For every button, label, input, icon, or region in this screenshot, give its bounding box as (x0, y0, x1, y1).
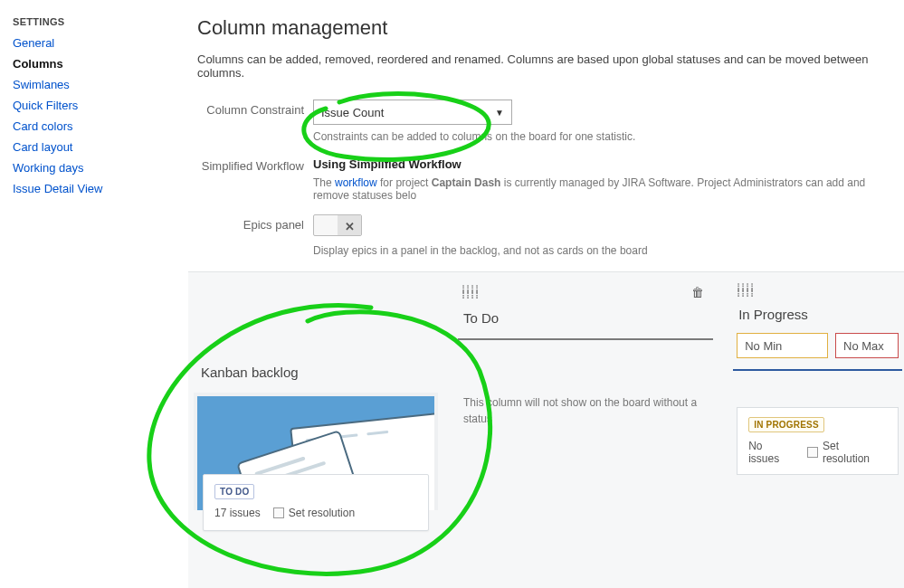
todo-column[interactable]: ⁞⁞⁞⁞⁞⁞⁞⁞ 🗑 To Do This column will not sh… (456, 280, 715, 588)
todo-column-title[interactable]: To Do (458, 301, 713, 337)
in-progress-set-resolution[interactable]: Set resolution (807, 440, 887, 465)
in-progress-column[interactable]: ⁞⁞⁞⁞⁞⁞⁞⁞ In Progress No Min No Max IN PR… (731, 280, 904, 588)
column-constraint-label: Column Constraint (197, 100, 313, 117)
column-constraint-row: Column Constraint Issue Count ▼ Constrai… (197, 100, 904, 143)
settings-sidebar: SETTINGS General Columns Swimlanes Quick… (13, 16, 157, 203)
kanban-backlog-column: Kanban backlog TO DO 17 issues Set resol… (192, 280, 440, 588)
checkbox-icon[interactable] (807, 447, 818, 458)
drag-handle-icon[interactable]: ⁞⁞⁞⁞⁞⁞⁞⁞ (737, 285, 755, 296)
in-progress-badge: IN PROGRESS (748, 417, 824, 432)
min-limit-input[interactable]: No Min (737, 333, 828, 358)
epics-panel-toggle[interactable]: ✕ (313, 214, 362, 236)
page-description: Columns can be added, removed, reordered… (197, 52, 904, 80)
sidebar-item-issue-detail-view[interactable]: Issue Detail View (13, 182, 102, 195)
in-progress-issue-count: No issues (748, 440, 795, 465)
main-content: Column management Columns can be added, … (197, 16, 904, 270)
in-progress-column-title[interactable]: In Progress (733, 298, 902, 333)
workflow-link[interactable]: workflow (335, 176, 377, 189)
simplified-workflow-label: Simplified Workflow (197, 156, 313, 173)
column-separator (458, 338, 713, 340)
simplified-workflow-hint: The workflow for project Captain Dash is… (313, 176, 904, 202)
max-limit-input[interactable]: No Max (835, 333, 899, 358)
sidebar-title: SETTINGS (13, 16, 157, 27)
todo-column-hint: This column will not show on the board w… (458, 394, 713, 427)
toggle-off-icon: ✕ (338, 215, 361, 236)
chevron-down-icon: ▼ (495, 108, 504, 118)
column-separator (733, 369, 902, 371)
simplified-workflow-status: Using Simplified Workflow (313, 156, 904, 171)
column-constraint-select[interactable]: Issue Count ▼ (313, 100, 512, 125)
toggle-on-icon (314, 215, 338, 236)
kanban-backlog-title: Kanban backlog (201, 365, 438, 380)
columns-area: Kanban backlog TO DO 17 issues Set resol… (188, 271, 904, 588)
drag-handle-icon[interactable]: ⁞⁞⁞⁞⁞⁞⁞⁞ (462, 287, 480, 298)
sidebar-item-general[interactable]: General (13, 36, 54, 50)
todo-badge: TO DO (214, 484, 254, 499)
sidebar-item-swimlanes[interactable]: Swimlanes (13, 78, 70, 91)
page-title: Column management (197, 16, 904, 40)
sidebar-item-card-layout[interactable]: Card layout (13, 140, 72, 154)
sidebar-item-quick-filters[interactable]: Quick Filters (13, 99, 78, 112)
sidebar-item-card-colors[interactable]: Card colors (13, 119, 72, 133)
checkbox-icon[interactable] (273, 507, 284, 518)
epics-panel-hint: Display epics in a panel in the backlog,… (313, 244, 904, 257)
backlog-set-resolution[interactable]: Set resolution (273, 507, 355, 519)
sidebar-item-working-days[interactable]: Working days (13, 161, 84, 175)
epics-panel-row: Epics panel ✕ Display epics in a panel i… (197, 214, 904, 257)
delete-column-icon[interactable]: 🗑 (691, 285, 704, 299)
column-constraint-value: Issue Count (321, 106, 384, 119)
sidebar-item-columns[interactable]: Columns (13, 57, 63, 71)
in-progress-status-card[interactable]: IN PROGRESS No issues Set resolution (737, 407, 899, 475)
backlog-status-card[interactable]: TO DO 17 issues Set resolution (203, 474, 429, 531)
epics-panel-label: Epics panel (197, 214, 313, 232)
simplified-workflow-row: Simplified Workflow Using Simplified Wor… (197, 156, 904, 202)
column-constraint-hint: Constraints can be added to columns on t… (313, 130, 904, 143)
backlog-issue-count: 17 issues (214, 507, 261, 519)
